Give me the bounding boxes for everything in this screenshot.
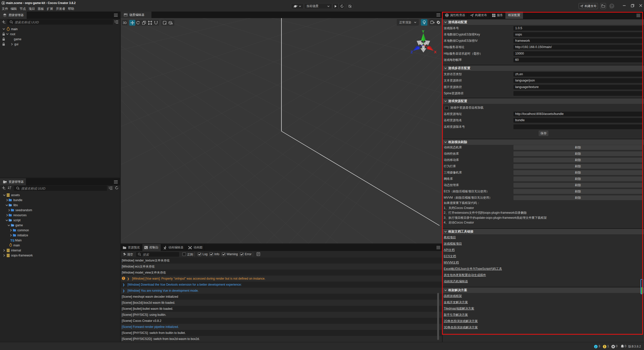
svg-text:X: X	[434, 50, 436, 54]
svg-text:Y: Y	[422, 29, 424, 33]
svg-text:Z: Z	[411, 50, 413, 54]
svg-text:?: ?	[611, 4, 613, 8]
